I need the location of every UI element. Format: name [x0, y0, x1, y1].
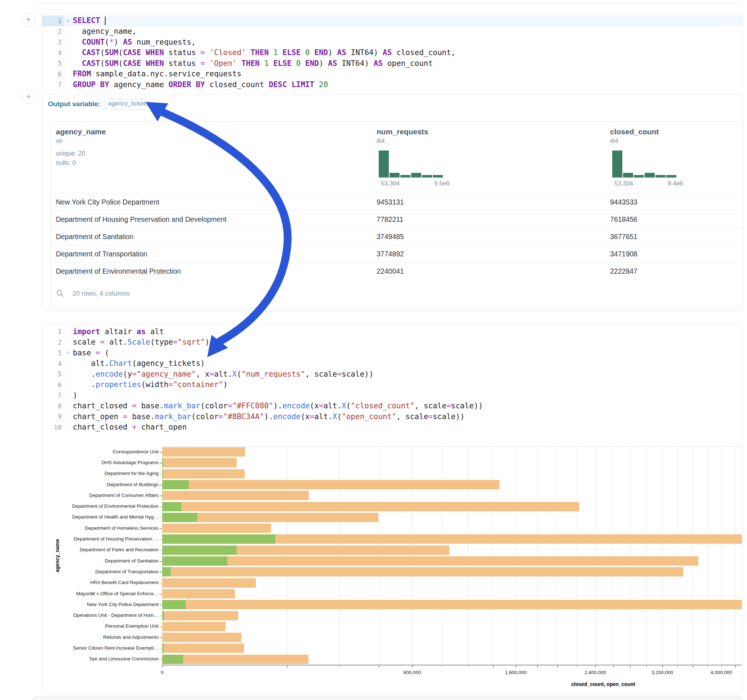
x-tick-label: 2,400,000: [584, 670, 606, 675]
code-token: (width: [141, 380, 169, 389]
bar-open: [162, 513, 197, 522]
code-line[interactable]: 2 agency_name,: [42, 26, 742, 37]
table-row-count: 20 rows, 4 columns: [73, 290, 130, 297]
code-text: SELECT: [64, 16, 742, 25]
y-tick-label: Taxi and Limousine Commission: [57, 656, 159, 661]
code-token: COUNT: [82, 38, 104, 47]
collapse-chevron-icon[interactable]: ∨: [67, 15, 70, 26]
code-token: "container": [173, 380, 223, 389]
code-line[interactable]: 7): [42, 390, 742, 401]
code-token: (: [100, 48, 105, 57]
code-token: scale)): [451, 401, 483, 410]
code-token: AS: [383, 48, 392, 57]
code-token: CASE: [123, 59, 141, 68]
code-token: , x: [196, 370, 209, 379]
gridline: [537, 447, 538, 665]
code-token: 0: [305, 48, 310, 57]
table-row: Department of Environmental Protection22…: [51, 262, 743, 280]
x-axis-tick: [721, 665, 722, 668]
y-axis-tick: [160, 539, 162, 540]
code-line[interactable]: 8chart_closed = base.mark_bar(color="#FF…: [42, 401, 742, 412]
code-line[interactable]: 9chart_open = base.mark_bar(color="#8BC3…: [42, 411, 742, 422]
code-token: [292, 59, 296, 68]
code-line[interactable]: 4 alt.Chart(agency_tickets): [42, 358, 742, 369]
code-text: import altair as alt: [64, 327, 742, 336]
code-token: =: [446, 401, 451, 410]
y-tick-label: Department of Sanitation: [57, 558, 159, 564]
code-line[interactable]: 2scale = alt.Scale(type="sqrt"): [42, 337, 742, 348]
search-icon[interactable]: [56, 289, 65, 298]
bar-closed: [162, 556, 699, 566]
code-token: (: [105, 38, 110, 47]
x-tick-label: 3,200,000: [652, 670, 673, 675]
x-axis-tick: [646, 665, 647, 668]
code-token: *: [109, 38, 114, 47]
sql-code-editor[interactable]: 1∨SELECT 2 agency_name,3 COUNT(*) AS num…: [42, 15, 742, 90]
table-cell: 9443533: [610, 198, 637, 206]
code-token: [287, 80, 292, 89]
code-output-divider: [42, 94, 742, 95]
line-number: 7: [42, 390, 64, 401]
code-token: (agency_tickets): [132, 359, 205, 368]
code-line[interactable]: 10chart_closed + chart_open: [42, 422, 742, 433]
code-text: alt.Chart(agency_tickets): [64, 359, 742, 368]
code-token: base.: [127, 412, 155, 421]
code-token: 1: [264, 59, 269, 68]
column-name[interactable]: num_requests: [377, 127, 428, 136]
code-line[interactable]: 4 CAST(SUM(CASE WHEN status = 'Closed' T…: [42, 48, 742, 58]
code-token: Chart: [109, 359, 132, 368]
code-line[interactable]: 6FROM sample_data.nyc.service_requests: [42, 69, 742, 80]
code-token: ELSE: [273, 59, 292, 68]
code-token: alt.: [214, 370, 233, 379]
code-token: [246, 48, 251, 57]
histogram-bar: [422, 175, 432, 178]
code-token: ): [114, 38, 123, 47]
column-stat: nulls: 0: [56, 159, 76, 167]
code-token: 20: [319, 80, 328, 89]
code-line[interactable]: 1import altair as alt: [42, 326, 742, 337]
code-token: [269, 48, 274, 57]
y-axis-tick: [160, 507, 162, 507]
bar-open: [162, 600, 186, 609]
column-name[interactable]: closed_count: [610, 127, 659, 136]
code-line[interactable]: 3∨base = (: [42, 347, 742, 358]
gridline: [662, 447, 663, 665]
code-token: base: [73, 348, 95, 357]
code-token: 0: [296, 59, 301, 68]
code-line[interactable]: 6 .properties(width="container"): [42, 380, 742, 390]
code-token: CAST: [82, 48, 100, 57]
code-token: properties: [95, 380, 141, 389]
x-axis-domain: [162, 665, 742, 665]
table-footer: 20 rows, 4 columns: [51, 279, 743, 308]
code-token: .: [73, 370, 95, 379]
code-token: LIMIT: [292, 80, 314, 89]
bar-open: [162, 534, 275, 544]
sql-cell-card: 1∨SELECT 2 agency_name,3 COUNT(*) AS num…: [42, 13, 743, 311]
collapse-chevron-icon[interactable]: ∨: [67, 347, 70, 358]
code-text: agency_name,: [64, 27, 742, 36]
code-line[interactable]: 1∨SELECT: [42, 15, 742, 26]
column-type: i64: [610, 137, 618, 145]
code-token: "sqrt": [178, 338, 205, 346]
x-axis-tick: [693, 665, 693, 668]
column-name[interactable]: agency_name: [56, 127, 106, 136]
table-row: Department of Housing Preservation and D…: [51, 210, 743, 228]
output-variable-pill[interactable]: agency_tickets: [105, 99, 147, 109]
add-cell-button-top[interactable]: +: [22, 13, 35, 27]
code-line[interactable]: 7GROUP BY agency_name ORDER BY closed_co…: [42, 79, 742, 90]
code-line[interactable]: 5 CAST(SUM(CASE WHEN status = 'Open' THE…: [42, 58, 742, 69]
code-token: closed_count: [205, 80, 269, 89]
code-line[interactable]: 3 COUNT(*) AS num_requests,: [42, 37, 742, 48]
code-token: , scale: [305, 370, 337, 379]
code-token: THEN: [242, 59, 260, 68]
table-cell: Department of Sanitation: [56, 232, 134, 241]
code-token: scale: [73, 338, 100, 346]
x-axis-tick: [287, 665, 288, 668]
code-line[interactable]: 5 .encode(y="agency_name", x=alt.X("num_…: [42, 369, 742, 380]
x-axis-tick: [537, 665, 538, 668]
python-code-editor[interactable]: 1import altair as alt2scale = alt.Scale(…: [42, 326, 742, 433]
gridline: [287, 447, 287, 665]
code-token: alt.: [73, 359, 109, 368]
code-token: ): [73, 391, 77, 400]
add-cell-button-output[interactable]: +: [22, 90, 35, 104]
